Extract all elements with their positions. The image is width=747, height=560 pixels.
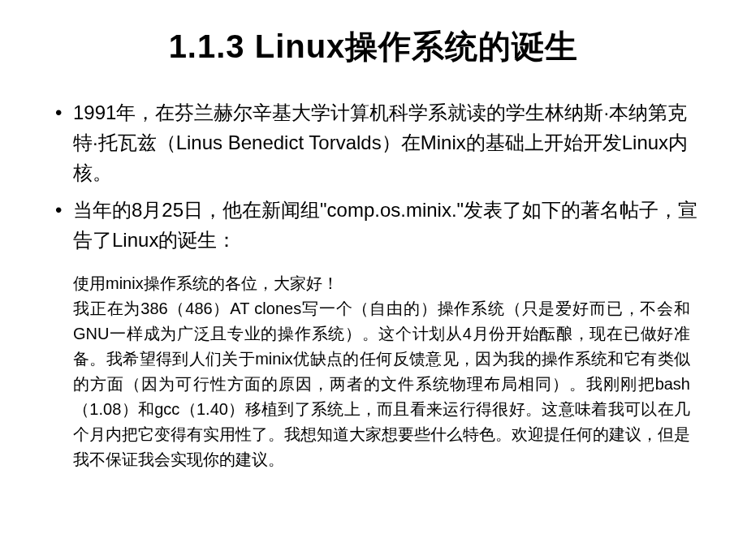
quote-greeting: 使用minix操作系统的各位，大家好！ bbox=[73, 271, 690, 296]
bullet-item: 1991年，在芬兰赫尔辛基大学计算机科学系就读的学生林纳斯·本纳第克特·托瓦兹（… bbox=[49, 97, 698, 188]
bullet-list: 1991年，在芬兰赫尔辛基大学计算机科学系就读的学生林纳斯·本纳第克特·托瓦兹（… bbox=[49, 97, 698, 255]
quote-block: 使用minix操作系统的各位，大家好！ 我正在为386（486）AT clone… bbox=[49, 271, 698, 472]
quote-body: 我正在为386（486）AT clones写一个（自由的）操作系统（只是爱好而已… bbox=[73, 296, 690, 472]
slide-title: 1.1.3 Linux操作系统的诞生 bbox=[49, 24, 698, 69]
bullet-item: 当年的8月25日，他在新闻组"comp.os.minix."发表了如下的著名帖子… bbox=[49, 195, 698, 255]
